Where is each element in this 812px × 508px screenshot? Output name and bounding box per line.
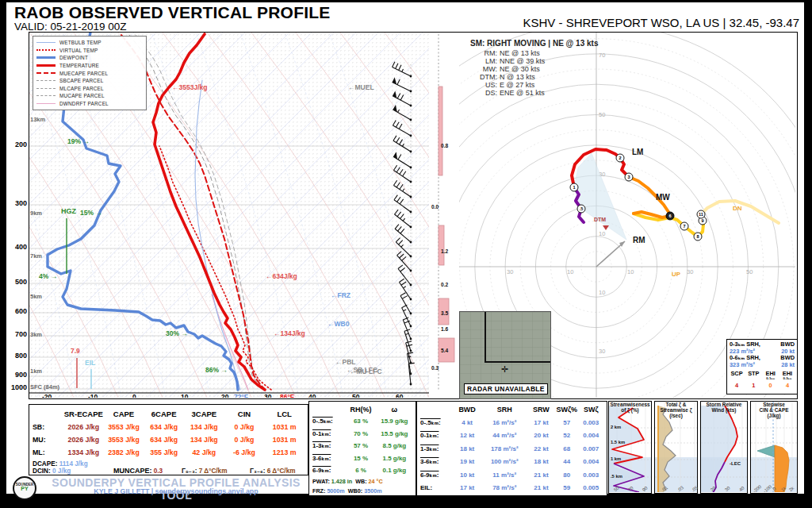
annotation--3553j-kg: ←3553J/kg [172,83,207,91]
x-tick-label: 40 [308,393,316,398]
thermo-value: 2382 J/kg [104,448,144,456]
x-tick-label: 86°F [280,393,294,398]
svg-text:.5: .5 [580,206,584,211]
mini-panel-0: Streamwisenessof ζ (%)5070902 km1.5 km1 … [608,401,652,494]
x-tick-label: 30 [264,393,272,398]
omega-value-label: 1.2 [441,248,448,254]
svg-text:6: 6 [668,214,671,218]
valid-time: VALID: 05-21-2019 00Z [14,21,127,33]
storm-motion-value: NNE @ 39 kts [500,57,545,65]
ring-label: 30 [507,268,513,275]
page-title: RAOB OBSERVED VERTICAL PROFILE [14,3,330,22]
pressure-tick-label: 800 [6,352,27,360]
mini-height-label: 2 km [611,425,621,429]
storm-motion-arrow [596,241,625,267]
muncape-block: MUNCAPE: 0.3 [113,467,182,475]
rh-value: 15 % [345,455,376,462]
thermo-col-header: CIN [224,410,265,418]
ring-label: 10 [599,230,605,237]
dcape-block: DCAPE: 1114 J/kgDCIN: 0 J/kg [33,460,113,475]
height-marker-.5: .5 [577,205,585,213]
x-tick-label: 10 [181,393,189,398]
thermo-value: 2026 J/kg [63,436,104,444]
thermo-extra-row: DCAPE: 1114 J/kgDCIN: 0 J/kgMUNCAPE: 0.3… [33,460,304,475]
height-marker-1: 1 [570,183,578,191]
legend-sample [36,72,56,74]
kin-value: 59 [555,484,579,491]
storm-motion-key: DTM: [470,73,497,81]
wind-barb [402,305,412,327]
index-value: 4 [730,382,744,389]
pressure-tick-label: 600 [6,307,27,315]
thermo-value: 1213 m [264,448,304,456]
wind-barb [393,62,412,78]
thermo-value: 634 J/kg [144,436,184,444]
rh-value: 70 % [345,430,376,437]
height-tick-label: SFC (84m) [30,383,59,391]
kin-value: 16 m²/s² [482,419,527,426]
moisture-col-header: RH(%) [345,406,376,414]
storm-motion-line: US:E @ 27 kts [470,81,598,89]
kin-value: 11 m²/s² [482,471,527,479]
height-marker-3: 3 [625,173,633,181]
kin-row-label: 0-.5ₖₘ: [420,419,453,426]
moisture-row-label: 3-6ₖₘ: [312,455,345,462]
pressure-tick-label: 300 [6,199,27,207]
legend-sample [36,42,56,43]
thermo-col-header: SR-ECAPE [63,410,104,418]
radar-map-inset: ✛ RADAR UNAVAILABLE [459,311,551,399]
kin-value: 57 [555,419,579,426]
svg-text:11: 11 [699,212,703,217]
height-tick-label: 3km [30,331,42,338]
kin-value: 21 kt [527,484,555,491]
legend-sample [36,88,56,89]
lapse-0-3: Γ₀₋₃: 7 Δ°C/km [182,467,250,475]
storm-motion-key: RM: [470,49,497,57]
storm-motion-key: DS: [470,89,497,97]
storm-motion-key: LM: [470,57,497,65]
kin-value: 21 kt [527,471,555,479]
svg-text:1: 1 [573,185,575,190]
info-box-row: 323 m²/s²28 kt [730,362,795,369]
mini-plot [701,402,747,492]
kin-value: 18 kt [453,445,482,452]
ring-label: 30 [687,268,693,275]
wind-barb [393,77,412,92]
mini-panel-title: Storm RelativeWind (kts) [701,402,747,414]
thermo-row-label: SB: [33,423,63,431]
ring-label: 50 [599,111,605,118]
storm-motion-line: RM:NE @ 13 kts [470,49,598,57]
height-marker-6: 6 [666,212,674,220]
kin-row: 0-1ₖₘ:12 kt44 m²/s²20 kt520.004 [420,429,603,443]
sounderpy-logo: SOUNDER PY [13,476,36,500]
state-border-line [485,312,486,363]
kin-row: 3-6ₖₘ:19 kt100 m²/s²18 kt440.004 [420,456,603,469]
annotation--frz: ←FRZ [331,291,350,299]
omega-value-label: 0.3 [431,365,439,371]
omega-value-label: 5.4 [441,348,448,353]
kin-col-header: SRW [527,406,555,414]
wind-barb [393,165,412,183]
rh-value: 63 % [345,418,376,425]
moisture-header-row: RH(%)ω [312,403,412,415]
storm-motion-line: MW:NE @ 30 kts [470,65,598,73]
height-tick-label: 1km [30,368,42,375]
mixing-ratio-value: 0.1 g/kg [377,467,412,474]
annotation--134j-kg: ←134J/kg [274,329,305,337]
critical-angle-shade [574,153,626,240]
legend-label: MUECAPE PARCEL [59,71,108,76]
composite-indices-box: 0-3ₖₘ SRH,BWD223 m²/s²20 kt0-6ₖₘ SRH,BWD… [726,339,798,394]
height-marker-7: 7 [680,222,688,230]
kin-value: 10 kt [453,471,482,479]
annotation--634j-kg: ←634J/kg [266,272,297,280]
mixing-ratio-value: 15.9 g/kg [377,418,412,425]
thermo-value: 134 J/kg [184,423,224,431]
height-tick-label: 13km [30,116,45,123]
annotation--mu-lfc: ←MU LFC [350,368,382,375]
thermo-value: 1031 m [264,423,304,431]
mini-panel-1: Total ζ &Streamwise ζ(/sec).01.03.05 [654,401,698,494]
moisture-row: 3-6ₖₘ:15 %1.5 g/kg [312,452,412,465]
omega-strip-panel: 0.80.01.20.23.51.65.40.3 [430,32,460,399]
moisture-row: 6-9ₖₘ:6 %0.1 g/kg [312,464,412,477]
ring-label: 50 [746,268,753,275]
